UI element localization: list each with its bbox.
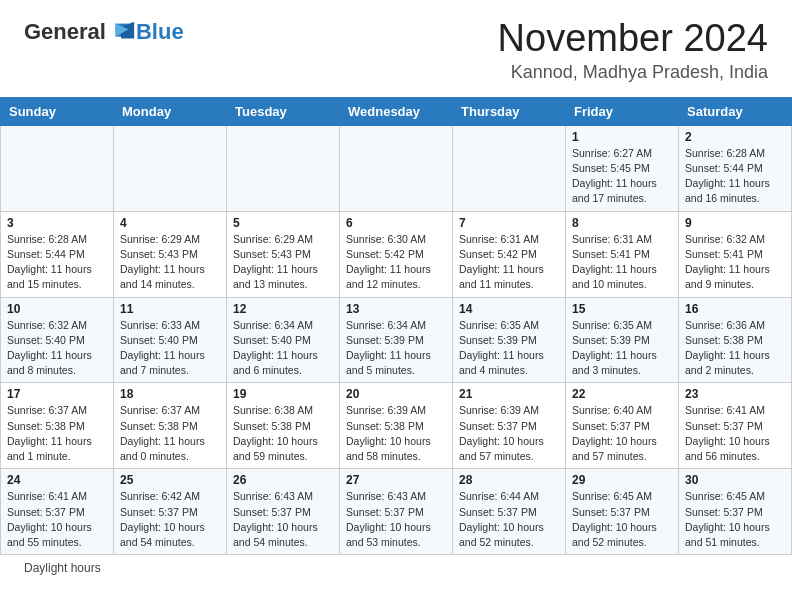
calendar-cell <box>453 125 566 211</box>
calendar-cell: 27Sunrise: 6:43 AM Sunset: 5:37 PM Dayli… <box>340 469 453 555</box>
day-number: 7 <box>459 216 559 230</box>
day-info: Sunrise: 6:34 AM Sunset: 5:40 PM Dayligh… <box>233 318 333 379</box>
day-info: Sunrise: 6:40 AM Sunset: 5:37 PM Dayligh… <box>572 403 672 464</box>
calendar-cell: 20Sunrise: 6:39 AM Sunset: 5:38 PM Dayli… <box>340 383 453 469</box>
day-number: 28 <box>459 473 559 487</box>
day-info: Sunrise: 6:41 AM Sunset: 5:37 PM Dayligh… <box>685 403 785 464</box>
week-row-4: 17Sunrise: 6:37 AM Sunset: 5:38 PM Dayli… <box>1 383 792 469</box>
day-number: 19 <box>233 387 333 401</box>
day-info: Sunrise: 6:28 AM Sunset: 5:44 PM Dayligh… <box>685 146 785 207</box>
day-number: 14 <box>459 302 559 316</box>
calendar-cell: 23Sunrise: 6:41 AM Sunset: 5:37 PM Dayli… <box>679 383 792 469</box>
calendar-cell: 5Sunrise: 6:29 AM Sunset: 5:43 PM Daylig… <box>227 211 340 297</box>
week-row-2: 3Sunrise: 6:28 AM Sunset: 5:44 PM Daylig… <box>1 211 792 297</box>
calendar-cell: 9Sunrise: 6:32 AM Sunset: 5:41 PM Daylig… <box>679 211 792 297</box>
day-number: 11 <box>120 302 220 316</box>
day-info: Sunrise: 6:44 AM Sunset: 5:37 PM Dayligh… <box>459 489 559 550</box>
calendar-cell: 7Sunrise: 6:31 AM Sunset: 5:42 PM Daylig… <box>453 211 566 297</box>
day-number: 9 <box>685 216 785 230</box>
day-info: Sunrise: 6:29 AM Sunset: 5:43 PM Dayligh… <box>120 232 220 293</box>
logo: General Blue <box>24 18 184 46</box>
calendar-cell: 4Sunrise: 6:29 AM Sunset: 5:43 PM Daylig… <box>114 211 227 297</box>
day-number: 24 <box>7 473 107 487</box>
day-header-thursday: Thursday <box>453 97 566 125</box>
day-number: 20 <box>346 387 446 401</box>
day-number: 18 <box>120 387 220 401</box>
day-number: 25 <box>120 473 220 487</box>
calendar-cell: 6Sunrise: 6:30 AM Sunset: 5:42 PM Daylig… <box>340 211 453 297</box>
calendar-cell: 24Sunrise: 6:41 AM Sunset: 5:37 PM Dayli… <box>1 469 114 555</box>
day-number: 29 <box>572 473 672 487</box>
header-row: SundayMondayTuesdayWednesdayThursdayFrid… <box>1 97 792 125</box>
day-info: Sunrise: 6:28 AM Sunset: 5:44 PM Dayligh… <box>7 232 107 293</box>
day-info: Sunrise: 6:45 AM Sunset: 5:37 PM Dayligh… <box>572 489 672 550</box>
calendar-cell: 3Sunrise: 6:28 AM Sunset: 5:44 PM Daylig… <box>1 211 114 297</box>
calendar-cell: 12Sunrise: 6:34 AM Sunset: 5:40 PM Dayli… <box>227 297 340 383</box>
day-info: Sunrise: 6:36 AM Sunset: 5:38 PM Dayligh… <box>685 318 785 379</box>
day-header-monday: Monday <box>114 97 227 125</box>
calendar-cell: 22Sunrise: 6:40 AM Sunset: 5:37 PM Dayli… <box>566 383 679 469</box>
day-number: 21 <box>459 387 559 401</box>
day-number: 27 <box>346 473 446 487</box>
day-number: 30 <box>685 473 785 487</box>
day-info: Sunrise: 6:29 AM Sunset: 5:43 PM Dayligh… <box>233 232 333 293</box>
day-info: Sunrise: 6:27 AM Sunset: 5:45 PM Dayligh… <box>572 146 672 207</box>
day-info: Sunrise: 6:42 AM Sunset: 5:37 PM Dayligh… <box>120 489 220 550</box>
calendar-cell <box>227 125 340 211</box>
calendar-cell <box>1 125 114 211</box>
calendar-cell: 28Sunrise: 6:44 AM Sunset: 5:37 PM Dayli… <box>453 469 566 555</box>
day-header-sunday: Sunday <box>1 97 114 125</box>
week-row-5: 24Sunrise: 6:41 AM Sunset: 5:37 PM Dayli… <box>1 469 792 555</box>
day-info: Sunrise: 6:45 AM Sunset: 5:37 PM Dayligh… <box>685 489 785 550</box>
calendar-header: SundayMondayTuesdayWednesdayThursdayFrid… <box>1 97 792 125</box>
calendar-cell: 19Sunrise: 6:38 AM Sunset: 5:38 PM Dayli… <box>227 383 340 469</box>
footer-text: Daylight hours <box>24 561 101 575</box>
calendar-cell: 29Sunrise: 6:45 AM Sunset: 5:37 PM Dayli… <box>566 469 679 555</box>
calendar-cell: 13Sunrise: 6:34 AM Sunset: 5:39 PM Dayli… <box>340 297 453 383</box>
calendar-cell: 15Sunrise: 6:35 AM Sunset: 5:39 PM Dayli… <box>566 297 679 383</box>
day-info: Sunrise: 6:37 AM Sunset: 5:38 PM Dayligh… <box>7 403 107 464</box>
logo-blue: Blue <box>136 21 184 43</box>
day-number: 16 <box>685 302 785 316</box>
day-info: Sunrise: 6:31 AM Sunset: 5:41 PM Dayligh… <box>572 232 672 293</box>
day-info: Sunrise: 6:38 AM Sunset: 5:38 PM Dayligh… <box>233 403 333 464</box>
header: General Blue November 2024 Kannod, Madhy… <box>0 0 792 93</box>
day-info: Sunrise: 6:34 AM Sunset: 5:39 PM Dayligh… <box>346 318 446 379</box>
week-row-1: 1Sunrise: 6:27 AM Sunset: 5:45 PM Daylig… <box>1 125 792 211</box>
day-number: 26 <box>233 473 333 487</box>
day-info: Sunrise: 6:35 AM Sunset: 5:39 PM Dayligh… <box>572 318 672 379</box>
day-number: 1 <box>572 130 672 144</box>
day-info: Sunrise: 6:43 AM Sunset: 5:37 PM Dayligh… <box>233 489 333 550</box>
calendar-cell: 1Sunrise: 6:27 AM Sunset: 5:45 PM Daylig… <box>566 125 679 211</box>
calendar-cell: 8Sunrise: 6:31 AM Sunset: 5:41 PM Daylig… <box>566 211 679 297</box>
calendar-cell: 17Sunrise: 6:37 AM Sunset: 5:38 PM Dayli… <box>1 383 114 469</box>
day-number: 2 <box>685 130 785 144</box>
day-number: 4 <box>120 216 220 230</box>
calendar-cell: 11Sunrise: 6:33 AM Sunset: 5:40 PM Dayli… <box>114 297 227 383</box>
calendar-cell: 21Sunrise: 6:39 AM Sunset: 5:37 PM Dayli… <box>453 383 566 469</box>
day-info: Sunrise: 6:39 AM Sunset: 5:38 PM Dayligh… <box>346 403 446 464</box>
subtitle: Kannod, Madhya Pradesh, India <box>498 62 768 83</box>
calendar-cell: 30Sunrise: 6:45 AM Sunset: 5:37 PM Dayli… <box>679 469 792 555</box>
day-info: Sunrise: 6:32 AM Sunset: 5:40 PM Dayligh… <box>7 318 107 379</box>
week-row-3: 10Sunrise: 6:32 AM Sunset: 5:40 PM Dayli… <box>1 297 792 383</box>
logo-general: General <box>24 21 106 43</box>
day-number: 5 <box>233 216 333 230</box>
day-number: 8 <box>572 216 672 230</box>
day-number: 6 <box>346 216 446 230</box>
day-info: Sunrise: 6:35 AM Sunset: 5:39 PM Dayligh… <box>459 318 559 379</box>
day-number: 15 <box>572 302 672 316</box>
main-title: November 2024 <box>498 18 768 60</box>
calendar-cell <box>114 125 227 211</box>
logo-icon <box>108 18 136 46</box>
day-header-wednesday: Wednesday <box>340 97 453 125</box>
calendar-cell: 25Sunrise: 6:42 AM Sunset: 5:37 PM Dayli… <box>114 469 227 555</box>
day-info: Sunrise: 6:33 AM Sunset: 5:40 PM Dayligh… <box>120 318 220 379</box>
day-info: Sunrise: 6:43 AM Sunset: 5:37 PM Dayligh… <box>346 489 446 550</box>
day-info: Sunrise: 6:37 AM Sunset: 5:38 PM Dayligh… <box>120 403 220 464</box>
day-number: 22 <box>572 387 672 401</box>
day-info: Sunrise: 6:30 AM Sunset: 5:42 PM Dayligh… <box>346 232 446 293</box>
calendar-cell: 2Sunrise: 6:28 AM Sunset: 5:44 PM Daylig… <box>679 125 792 211</box>
day-number: 10 <box>7 302 107 316</box>
day-number: 17 <box>7 387 107 401</box>
